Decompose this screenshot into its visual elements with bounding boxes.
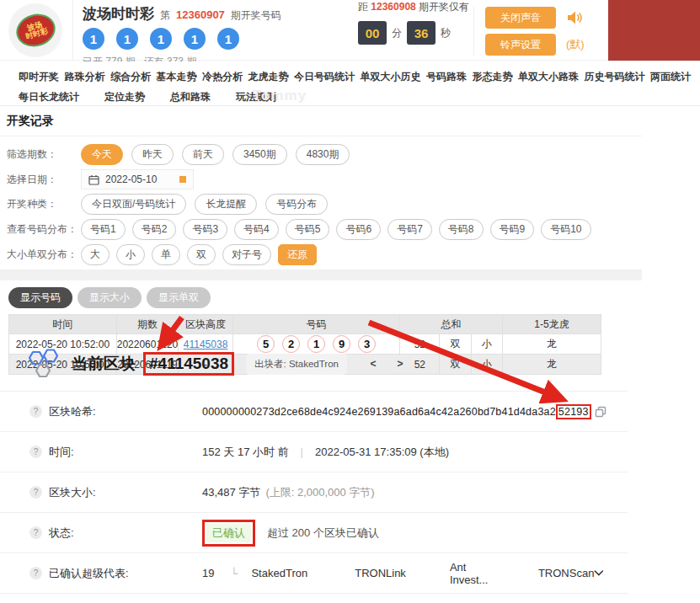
number-chip-3[interactable]: 号码3: [183, 219, 227, 240]
countdown: 距 12360908 期开奖仅有 00 分 36 秒: [358, 0, 469, 45]
sr-name[interactable]: StakedTron: [251, 567, 307, 579]
nav-item-basic-trend[interactable]: 基本走势: [157, 70, 197, 84]
show-odd-even-button[interactable]: 显示单双: [147, 287, 211, 308]
section-title: 开奖记录: [0, 106, 642, 136]
reset-button[interactable]: 还原: [278, 244, 317, 265]
number-chip-1[interactable]: 号码1: [81, 219, 126, 240]
number-chip-9[interactable]: 号码9: [490, 219, 535, 240]
side-chip-big[interactable]: 大: [81, 244, 110, 265]
display-mode-buttons: 显示号码 显示大小 显示单双: [8, 287, 642, 308]
detail-row-super-representatives: ? 已确认超级代表: 19 └ StakedTron TRONLink Ant …: [0, 552, 628, 593]
calendar-icon: [88, 174, 99, 185]
col-dragon-tiger: 1-5龙虎: [502, 315, 601, 334]
filter-period-row: 筛选期数： 今天 昨天 前天 3450期 4830期: [7, 144, 642, 165]
nav-item-comprehensive[interactable]: 综合分析: [110, 70, 151, 84]
type-chip-streak-alert[interactable]: 长龙提醒: [195, 194, 257, 215]
detail-label: 已确认超级代表:: [49, 566, 202, 581]
speaker-icon[interactable]: [566, 9, 583, 26]
result-ball: 1: [184, 28, 206, 50]
type-chip-two-side-stats[interactable]: 今日双面/号码统计: [81, 194, 186, 215]
side-chip-small[interactable]: 小: [116, 244, 145, 265]
section-separator: [0, 269, 642, 280]
col-sum: 总和: [400, 315, 503, 334]
number-chip-8[interactable]: 号码8: [439, 219, 484, 240]
period-chip-day-before[interactable]: 前天: [182, 144, 224, 165]
default-mute-icon[interactable]: (默): [566, 37, 585, 52]
period-chip-yesterday[interactable]: 昨天: [131, 144, 174, 165]
nav-item-daily-streak-stats[interactable]: 每日长龙统计: [19, 90, 79, 104]
minutes-unit: 分: [392, 26, 402, 40]
nav-item-pattern-trend[interactable]: 形态走势: [473, 70, 513, 84]
help-icon[interactable]: ?: [29, 446, 42, 458]
col-block-height: 区块高度: [179, 315, 233, 334]
draw-records-section: 开奖记录 筛选期数： 今天 昨天 前天 3450期 4830期 选择日期：: [0, 106, 642, 375]
prev-block-button[interactable]: <: [362, 355, 384, 373]
help-icon[interactable]: ?: [29, 486, 42, 499]
watermark: Tommy: [253, 88, 307, 104]
detail-row-size: ? 区块大小: 43,487 字节 (上限: 2,000,000 字节): [0, 472, 628, 512]
nav-item-today-number-stats[interactable]: 今日号码统计: [294, 70, 355, 84]
side-chip-odd[interactable]: 单: [152, 244, 180, 265]
filter-label: 筛选期数：: [7, 147, 81, 162]
nav-item-dragon-tiger[interactable]: 龙虎走势: [248, 70, 289, 84]
side-chip-even[interactable]: 双: [187, 244, 216, 265]
number-chip-7[interactable]: 号码7: [387, 219, 432, 240]
nav-item-odd-even-history[interactable]: 单双大小历史: [361, 70, 421, 84]
nav-item-number-bead[interactable]: 号码路珠: [426, 70, 467, 84]
sr-name[interactable]: Ant Invest...: [450, 561, 498, 586]
help-icon[interactable]: ?: [29, 405, 42, 418]
block-producer-badge: 出块者: StakedTron: [246, 354, 347, 375]
time-relative: 152 天 17 小时 前: [202, 445, 289, 460]
number-chip-6[interactable]: 号码6: [336, 219, 381, 240]
current-issue-number: 12360907: [176, 8, 225, 21]
number-chip-10[interactable]: 号码10: [541, 219, 590, 240]
block-size-value: 43,487 字节: [202, 485, 260, 500]
header-divider: [72, 0, 73, 61]
show-big-small-button[interactable]: 显示大小: [77, 287, 142, 308]
lottery-title-area: 波场时时彩 第 12360907 期开奖号码 1 1 1 1 1 已开 779 …: [83, 4, 281, 69]
nav-row-2: 每日长龙统计 定位走势 总和路珠 玩法规则: [19, 90, 700, 104]
nav-item-sum-bead[interactable]: 总和路珠: [170, 90, 211, 104]
page: 波场 时时彩 波场时时彩 第 12360907 期开奖号码 1 1 1 1 1 …: [0, 0, 700, 603]
next-block-button[interactable]: >: [389, 355, 411, 373]
nav-item-bead-analysis[interactable]: 路珠分析: [65, 70, 105, 84]
period-chip-4830[interactable]: 4830期: [296, 144, 350, 165]
detail-row-time: ? 时间: 152 天 17 小时 前 | 2022-05-31 17:35:0…: [0, 431, 628, 472]
sound-controls: 关闭声音 铃声设置 (默): [485, 7, 585, 56]
nav-item-two-side-stats[interactable]: 两面统计: [650, 70, 691, 84]
detail-row-hash: ? 区块哈希: 000000000273d2ce68de4c924e269139…: [0, 391, 628, 431]
lottery-name: 波场时时彩: [83, 4, 154, 24]
copy-icon[interactable]: [595, 406, 606, 418]
chevron-down-icon[interactable]: [594, 569, 604, 577]
nav-item-odd-even-bead[interactable]: 单双大小路珠: [518, 70, 579, 84]
help-icon[interactable]: ?: [29, 567, 42, 579]
nav-item-history-number-stats[interactable]: 历史号码统计: [585, 70, 645, 84]
sr-name[interactable]: TRONScan: [538, 567, 594, 579]
filter-sides-row: 大小单双分布： 大 小 单 双 对子号 还原: [7, 244, 642, 265]
current-block-number: #41145038: [143, 352, 234, 376]
period-chip-3450[interactable]: 3450期: [232, 144, 287, 165]
nav-item-position-trend[interactable]: 定位走势: [104, 90, 145, 104]
nav-item-live-draw[interactable]: 即时开奖: [19, 70, 59, 84]
type-chip-number-distribution[interactable]: 号码分布: [265, 194, 328, 215]
date-value: 2022-05-10: [105, 173, 157, 185]
status-badge: 已确认: [206, 524, 251, 542]
period-chip-today[interactable]: 今天: [81, 144, 123, 165]
side-chip-pair[interactable]: 对子号: [222, 244, 271, 265]
block-details: ? 区块哈希: 000000000273d2ce68de4c924e269139…: [0, 391, 628, 594]
date-picker[interactable]: 2022-05-10: [81, 169, 194, 189]
number-chip-2[interactable]: 号码2: [132, 219, 177, 240]
number-chip-4[interactable]: 号码4: [234, 219, 279, 240]
nav-item-hot-cold[interactable]: 冷热分析: [202, 70, 243, 84]
result-ball: 1: [150, 28, 172, 50]
number-chip-5[interactable]: 号码5: [286, 219, 330, 240]
filter-label: 查看号码分布：: [7, 222, 81, 237]
status-annotation-box: 已确认: [202, 520, 255, 547]
sr-name[interactable]: TRONLink: [355, 567, 406, 579]
ring-settings-button[interactable]: 铃声设置: [485, 34, 556, 56]
current-block-title: 当前区块: [72, 353, 136, 375]
help-icon[interactable]: ?: [29, 526, 42, 539]
result-balls: 1 1 1 1 1: [83, 28, 281, 50]
show-numbers-button[interactable]: 显示号码: [8, 287, 72, 308]
mute-sound-button[interactable]: 关闭声音: [485, 7, 556, 29]
